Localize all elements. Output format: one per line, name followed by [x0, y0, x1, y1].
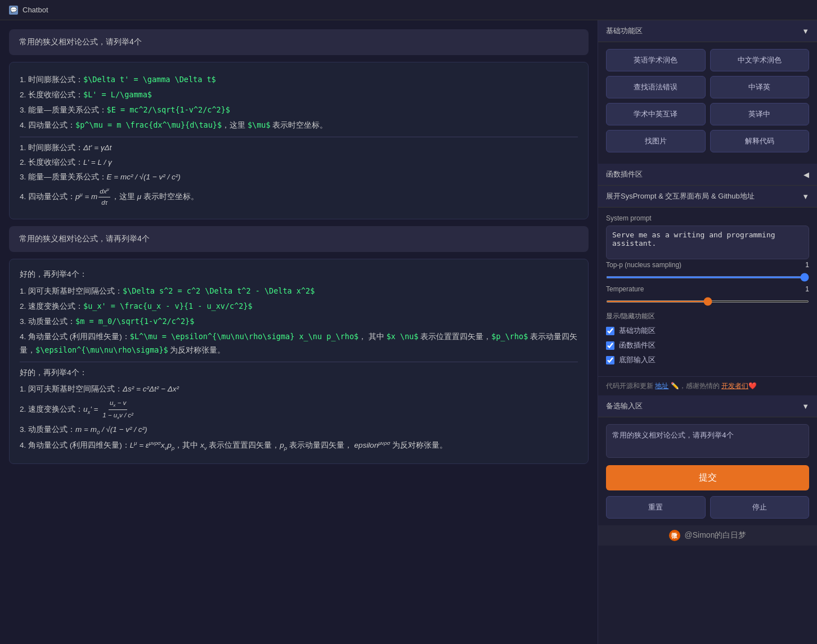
btn-find-img[interactable]: 找图片	[606, 130, 706, 152]
chevron-left-icon-plugin: ◀	[803, 170, 809, 179]
plugin-functions-section: 函数插件区 ◀	[598, 164, 817, 186]
chevron-down-icon-basic: ▼	[802, 27, 809, 35]
temperature-slider[interactable]	[606, 300, 809, 303]
sysprompt-textarea[interactable]	[606, 226, 809, 259]
temperature-row: Temperature 1	[606, 285, 809, 293]
checkbox-bottom-input[interactable]	[606, 356, 614, 364]
main-layout: 常用的狭义相对论公式，请列举4个 1. 时间膨胀公式：$\Delta t' = …	[0, 20, 817, 644]
btn-grammar[interactable]: 查找语法错误	[606, 76, 706, 98]
formula-2-latex: $L' = L/\gamma$	[83, 90, 152, 99]
top-p-row: Top-p (nucleus sampling) 1	[606, 261, 809, 269]
sysprompt-content: System prompt Top-p (nucleus sampling) 1…	[598, 208, 817, 376]
checkbox-row-2: 函数插件区	[606, 340, 809, 350]
btn-en-zh[interactable]: 英译中	[710, 103, 810, 125]
checkbox-label-basic: 基础功能区	[619, 326, 656, 336]
alt-input-content: 提交 重置 停止	[598, 417, 817, 525]
opensource-link[interactable]: 地址	[655, 382, 668, 390]
submit-button[interactable]: 提交	[606, 465, 809, 490]
reset-button[interactable]: 重置	[606, 496, 706, 519]
btn-explain-code[interactable]: 解释代码	[710, 130, 810, 152]
formula-2-raw: 2. 长度收缩公式：$L' = L/\gamma$	[20, 88, 578, 102]
checkbox-row-3: 底部输入区	[606, 355, 809, 365]
btn-academic-trans[interactable]: 学术中英互译	[606, 103, 706, 125]
ai-message-2: 好的，再列举4个： 1. 闵可夫斯基时空间隔公式：$\Delta s^2 = c…	[9, 259, 589, 463]
titlebar: 💬 Chatbot	[0, 0, 817, 20]
bottom-btns: 重置 停止	[606, 496, 809, 519]
checkbox-label-plugin: 函数插件区	[619, 340, 656, 350]
btn-zh-polish[interactable]: 中文学术润色	[710, 49, 810, 71]
sysprompt-section: 展开SysPrompt & 交互界面布局 & Github地址 ▼ System…	[598, 186, 817, 395]
divider-1	[20, 137, 578, 137]
formula-7-raw: 3. 动质量公式：$m = m_0/\sqrt{1-v^2/c^2}$	[20, 315, 578, 328]
open-source-row: 代码开源和更新 地址 ✏️，感谢热情的 开发者们❤️	[598, 376, 817, 395]
btn-zh-en[interactable]: 中译英	[710, 76, 810, 98]
watermark-row: 微 @Simon的白日梦	[598, 525, 817, 546]
formula-8-raw: 4. 角动量公式 (利用四维矢量)：$L^\mu = \epsilon^{\mu…	[20, 330, 578, 357]
formula-3-raw: 3. 能量—质量关系公式：$E = mc^2/\sqrt{1-v^2/c^2}$	[20, 103, 578, 117]
alt-input-header[interactable]: 备选输入区 ▼	[598, 395, 817, 417]
formula-2-rendered: 2. 长度收缩公式：L' = L / γ	[20, 156, 578, 169]
formula-4-raw: 4. 四动量公式：$p^\mu = m \frac{dx^\mu}{d\tau}…	[20, 119, 578, 132]
plugin-functions-header[interactable]: 函数插件区 ◀	[598, 164, 817, 186]
checkbox-label-bottom: 底部输入区	[619, 355, 656, 365]
thanks-link[interactable]: 开发者们	[721, 382, 748, 390]
formula-4-latex: $p^\mu = m \frac{dx^\mu}{d\tau}$	[75, 120, 222, 129]
basic-functions-content: 英语学术润色 中文学术润色 查找语法错误 中译英 学术中英互译 英译中 找图片 …	[598, 42, 817, 164]
visibility-label: 显示/隐藏功能区	[606, 312, 809, 321]
formula-4-rendered: 4. 四动量公式：pμ = mdxμdτ，这里 μ 表示时空坐标。	[20, 186, 578, 209]
right-panel: 基础功能区 ▼ 英语学术润色 中文学术润色 查找语法错误 中译英 学术中英互译 …	[598, 20, 817, 644]
formula-6-rendered: 2. 速度变换公式：ux' = ux − v1 − uxv / c²	[20, 398, 578, 422]
watermark-text: @Simon的白日梦	[685, 530, 747, 541]
checkbox-row-1: 基础功能区	[606, 326, 809, 336]
ai-message-1: 1. 时间膨胀公式：$\Delta t' = \gamma \Delta t$ …	[9, 62, 589, 219]
formula-7-rendered: 3. 动质量公式：m = m0 / √(1 − v² / c²)	[20, 424, 578, 437]
formula-1-latex: $\Delta t' = \gamma \Delta t$	[83, 75, 216, 84]
basic-functions-grid: 英语学术润色 中文学术润色 查找语法错误 中译英 学术中英互译 英译中 找图片 …	[606, 49, 809, 152]
checkbox-basic-func[interactable]	[606, 327, 614, 335]
alt-input-section: 备选输入区 ▼ 提交 重置 停止	[598, 395, 817, 525]
formula-3-rendered: 3. 能量—质量关系公式：E = mc² / √(1 − v² / c²)	[20, 171, 578, 184]
titlebar-title: Chatbot	[23, 6, 48, 14]
ai-msg2-outro: 好的，再列举4个：	[20, 367, 578, 380]
basic-functions-section: 基础功能区 ▼ 英语学术润色 中文学术润色 查找语法错误 中译英 学术中英互译 …	[598, 20, 817, 164]
user-message-2: 常用的狭义相对论公式，请再列举4个	[9, 226, 589, 252]
btn-en-polish[interactable]: 英语学术润色	[606, 49, 706, 71]
chat-panel: 常用的狭义相对论公式，请列举4个 1. 时间膨胀公式：$\Delta t' = …	[0, 20, 598, 644]
formula-6-raw: 2. 速度变换公式：$u_x' = \frac{u_x - v}{1 - u_x…	[20, 300, 578, 313]
basic-functions-header[interactable]: 基础功能区 ▼	[598, 20, 817, 42]
divider-2	[20, 362, 578, 362]
stop-button[interactable]: 停止	[710, 496, 810, 519]
alt-input-textarea[interactable]	[606, 424, 809, 458]
formula-1-rendered: 1. 时间膨胀公式：Δt' = γΔt	[20, 142, 578, 155]
chevron-down-icon-alt: ▼	[802, 402, 809, 411]
formula-5-raw: 1. 闵可夫斯基时空间隔公式：$\Delta s^2 = c^2 \Delta …	[20, 285, 578, 298]
chatbot-icon: 💬	[9, 6, 18, 15]
weibo-icon: 微	[669, 530, 680, 541]
formula-1-raw: 1. 时间膨胀公式：$\Delta t' = \gamma \Delta t$	[20, 73, 578, 87]
chevron-down-icon-sys: ▼	[802, 192, 809, 201]
user-message-1: 常用的狭义相对论公式，请列举4个	[9, 29, 589, 55]
formula-5-rendered: 1. 闵可夫斯基时空间隔公式：Δs² = c²Δt² − Δx²	[20, 383, 578, 396]
formula-8-rendered: 4. 角动量公式 (利用四维矢量)：Lμ = εμνρσxνpρ，其中 xν 表…	[20, 438, 578, 452]
formula-3-latex: $E = mc^2/\sqrt{1-v^2/c^2}$	[107, 105, 230, 114]
top-p-slider[interactable]	[606, 276, 809, 278]
ai-msg2-intro: 好的，再列举4个：	[20, 268, 578, 281]
sysprompt-label: System prompt	[606, 214, 809, 222]
sysprompt-header[interactable]: 展开SysPrompt & 交互界面布局 & Github地址 ▼	[598, 186, 817, 208]
checkbox-plugin-func[interactable]	[606, 341, 614, 350]
